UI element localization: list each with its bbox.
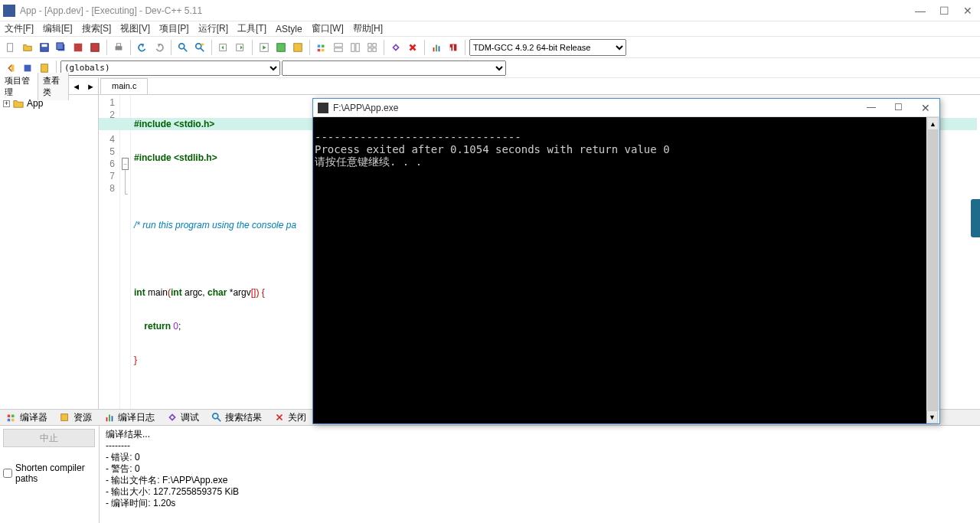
svg-rect-37 (11, 64, 15, 71)
replace-button[interactable] (192, 40, 207, 55)
svg-rect-35 (450, 47, 452, 51)
svg-line-10 (184, 47, 187, 51)
goto-prev-button[interactable] (216, 40, 231, 55)
member-select[interactable] (282, 60, 506, 76)
toolbar-nav: (globals) (0, 58, 980, 78)
tab-search-results[interactable]: 搜索结果 (205, 410, 268, 426)
console-vertical-scrollbar[interactable]: ▲ ▼ (926, 117, 939, 423)
svg-rect-29 (368, 47, 371, 51)
file-tab-main[interactable]: main.c (100, 78, 148, 94)
debug-button[interactable] (388, 40, 403, 55)
console-output[interactable]: -------------------------------- Process… (313, 117, 939, 423)
undo-button[interactable] (135, 40, 150, 55)
console-titlebar[interactable]: F:\APP\App.exe — ☐ ✕ (313, 99, 939, 117)
redo-button[interactable] (152, 40, 167, 55)
menu-search[interactable]: 搜索[S] (82, 22, 112, 35)
close-file-button[interactable] (87, 40, 103, 55)
menu-project[interactable]: 项目[P] (159, 22, 189, 35)
svg-rect-4 (57, 42, 64, 49)
stop-debug-button[interactable] (405, 40, 420, 55)
compile-button[interactable] (256, 40, 272, 55)
print-button[interactable] (111, 40, 126, 55)
menu-tools[interactable]: 工具[T] (237, 22, 266, 35)
run-button[interactable] (273, 40, 289, 55)
svg-rect-17 (277, 43, 286, 51)
scroll-up-icon[interactable]: ▲ (927, 117, 939, 130)
console-close-button[interactable]: ✕ (916, 102, 935, 114)
nav-right-icon[interactable]: ► (83, 80, 98, 93)
tab-compiler[interactable]: 编译器 (0, 410, 54, 426)
svg-rect-7 (116, 46, 122, 50)
svg-rect-39 (41, 64, 48, 72)
tile-vert-button[interactable] (348, 40, 363, 55)
svg-rect-41 (11, 415, 15, 418)
menu-help[interactable]: 帮助[H] (353, 22, 383, 35)
svg-rect-42 (8, 419, 11, 422)
svg-rect-44 (61, 414, 68, 421)
menu-view[interactable]: 视图[V] (120, 22, 150, 35)
svg-rect-0 (8, 43, 13, 51)
shorten-paths-checkbox[interactable]: Shorten compiler paths (3, 463, 96, 484)
save-all-button[interactable] (54, 40, 69, 55)
svg-line-49 (217, 418, 220, 421)
clean-button[interactable] (446, 40, 461, 55)
save-button[interactable] (37, 40, 52, 55)
minimize-button[interactable]: — (915, 5, 926, 17)
tab-close[interactable]: 关闭 (268, 410, 312, 426)
compile-log-panel: 中止 Shorten compiler paths 编译结果... ------… (0, 426, 980, 523)
tile-horiz-button[interactable] (331, 40, 346, 55)
close-button[interactable]: ✕ (963, 5, 972, 17)
menu-astyle[interactable]: AStyle (276, 24, 302, 34)
expand-icon[interactable]: + (3, 100, 10, 107)
menu-edit[interactable]: 编辑[E] (43, 22, 73, 35)
project-name-label: App (27, 98, 43, 109)
menu-run[interactable]: 运行[R] (198, 22, 228, 35)
scope-select[interactable]: (globals) (60, 60, 280, 76)
compile-output[interactable]: 编译结果... -------- - 错误: 0 - 警告: 0 - 输出文件名… (100, 426, 980, 523)
tab-resources[interactable]: 资源 (54, 410, 98, 426)
compile-run-button[interactable] (290, 40, 305, 55)
fold-toggle-icon[interactable]: − (122, 158, 129, 170)
svg-rect-27 (368, 43, 371, 46)
console-window[interactable]: F:\APP\App.exe — ☐ ✕ -------------------… (312, 98, 940, 424)
svg-rect-30 (373, 47, 376, 51)
svg-rect-43 (11, 419, 15, 422)
window-titlebar: App - [App.dev] - [Executing] - Dev-C++ … (0, 0, 980, 21)
scroll-down-icon[interactable]: ▼ (926, 410, 938, 423)
tile-grid-button[interactable] (364, 40, 380, 55)
svg-rect-18 (294, 43, 302, 51)
svg-rect-2 (42, 44, 47, 47)
console-title: F:\APP\App.exe (333, 103, 862, 113)
menu-window[interactable]: 窗口[W] (312, 22, 344, 35)
maximize-button[interactable]: ☐ (939, 5, 949, 17)
fold-column[interactable]: − (120, 95, 131, 409)
open-button[interactable] (20, 40, 35, 55)
console-maximize-button[interactable]: ☐ (890, 102, 907, 114)
save-project-button[interactable] (70, 40, 86, 55)
goto-next-button[interactable] (233, 40, 248, 55)
new-file-button[interactable] (3, 40, 18, 55)
svg-rect-47 (112, 416, 113, 421)
rebuild-button[interactable] (314, 40, 329, 55)
side-tab-handle[interactable] (971, 199, 980, 237)
svg-rect-20 (318, 48, 321, 51)
menu-file[interactable]: 文件[F] (5, 22, 34, 35)
svg-point-9 (179, 43, 185, 48)
menu-bar: 文件[F] 编辑[E] 搜索[S] 视图[V] 项目[P] 运行[R] 工具[T… (0, 21, 980, 37)
tab-compile-log[interactable]: 编译日志 (98, 410, 161, 426)
svg-point-11 (196, 43, 201, 48)
compiler-select[interactable]: TDM-GCC 4.9.2 64-bit Release (469, 39, 626, 56)
console-app-icon (318, 103, 328, 113)
profile-button[interactable] (429, 40, 444, 55)
find-button[interactable] (175, 40, 191, 55)
console-minimize-button[interactable]: — (862, 102, 880, 114)
toolbar-main: TDM-GCC 4.9.2 64-bit Release (0, 37, 980, 58)
svg-rect-21 (322, 44, 325, 47)
svg-rect-23 (335, 43, 343, 46)
svg-rect-13 (201, 43, 204, 45)
svg-rect-45 (106, 417, 108, 421)
nav-left-icon[interactable]: ◄ (69, 80, 83, 93)
stop-button[interactable]: 中止 (3, 429, 95, 447)
project-tree-root[interactable]: + App (3, 98, 95, 109)
tab-debug[interactable]: 调试 (161, 410, 205, 426)
